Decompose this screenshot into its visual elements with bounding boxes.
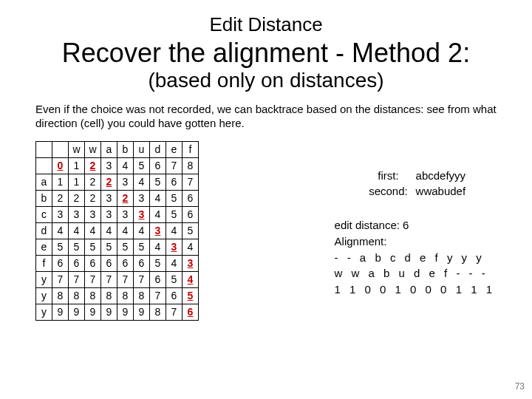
dp-cell: 9 bbox=[52, 304, 69, 320]
dp-cell: 6 bbox=[69, 255, 85, 271]
strings-block: first: abcdefyyy second: wwabudef bbox=[335, 168, 495, 200]
dp-cell: 4 bbox=[150, 239, 166, 255]
dp-cell: 5 bbox=[134, 239, 150, 255]
dp-cell: 4 bbox=[101, 222, 117, 239]
dp-cell: 2 bbox=[85, 190, 101, 206]
dp-cell: 1 bbox=[69, 157, 85, 174]
dp-cell: 3 bbox=[183, 255, 199, 271]
dp-cell: 4 bbox=[134, 222, 150, 239]
dp-cell: 0 bbox=[52, 157, 69, 174]
col-label: e bbox=[166, 141, 183, 157]
row-label bbox=[36, 157, 52, 174]
dp-cell: 6 bbox=[183, 206, 199, 222]
edit-distance-line: edit distance: 6 bbox=[335, 217, 495, 233]
dp-cell: 3 bbox=[134, 190, 150, 206]
dp-cell: 4 bbox=[117, 157, 134, 174]
dp-cell: 3 bbox=[101, 190, 117, 206]
dp-cell: 9 bbox=[101, 304, 117, 320]
dp-cell: 6 bbox=[52, 255, 69, 271]
dp-cell: 2 bbox=[52, 190, 69, 206]
dp-cell: 9 bbox=[134, 304, 150, 320]
col-label: a bbox=[101, 141, 117, 157]
row-label: y bbox=[36, 271, 52, 287]
dp-cell: 8 bbox=[101, 287, 117, 304]
dp-cell: 2 bbox=[69, 190, 85, 206]
second-string-line: second: wwabudef bbox=[335, 183, 495, 200]
dp-cell: 6 bbox=[183, 304, 199, 320]
alignment-label: Alignment: bbox=[335, 233, 495, 250]
slide: Edit Distance Recover the alignment - Me… bbox=[0, 0, 532, 399]
dp-cell: 9 bbox=[85, 304, 101, 320]
dp-cell: 3 bbox=[101, 206, 117, 222]
dp-cell: 7 bbox=[85, 271, 101, 287]
dp-cell: 6 bbox=[101, 255, 117, 271]
dp-cell: 4 bbox=[117, 222, 134, 239]
dp-cell: 7 bbox=[52, 271, 69, 287]
dp-cell: 9 bbox=[69, 304, 85, 320]
first-value: abcdefyyy bbox=[416, 169, 466, 182]
alignment-row-1: - - a b c d e f y y y bbox=[335, 250, 495, 266]
dp-cell: 3 bbox=[69, 206, 85, 222]
dp-cell: 3 bbox=[166, 239, 183, 255]
topic-heading: Edit Distance bbox=[30, 13, 502, 36]
col-label: u bbox=[134, 141, 150, 157]
dp-cell: 6 bbox=[85, 255, 101, 271]
dp-cell: 2 bbox=[101, 174, 117, 190]
col-label: b bbox=[117, 141, 134, 157]
dp-cell: 3 bbox=[101, 157, 117, 174]
first-label: first: bbox=[364, 168, 412, 184]
row-label: y bbox=[36, 287, 52, 304]
dp-cell: 5 bbox=[166, 206, 183, 222]
dp-cell: 8 bbox=[85, 287, 101, 304]
dp-cell: 3 bbox=[134, 206, 150, 222]
col-label: w bbox=[69, 141, 85, 157]
col-label: w bbox=[85, 141, 101, 157]
dp-cell: 2 bbox=[117, 190, 134, 206]
dp-cell: 8 bbox=[117, 287, 134, 304]
alignment-row-3: 1 1 0 0 1 0 0 0 1 1 1 bbox=[335, 282, 495, 298]
dp-cell: 3 bbox=[52, 206, 69, 222]
dp-cell: 6 bbox=[134, 255, 150, 271]
dp-cell: 5 bbox=[52, 239, 69, 255]
col-label: f bbox=[183, 141, 199, 157]
dp-cell: 3 bbox=[117, 174, 134, 190]
dp-cell: 8 bbox=[134, 287, 150, 304]
dp-cell: 3 bbox=[150, 222, 166, 239]
dp-cell: 4 bbox=[52, 222, 69, 239]
dp-cell: 6 bbox=[150, 271, 166, 287]
row-label: b bbox=[36, 190, 52, 206]
dp-cell: 6 bbox=[117, 255, 134, 271]
dp-cell: 4 bbox=[134, 174, 150, 190]
intro-paragraph: Even if the choice was not recorded, we … bbox=[35, 103, 497, 131]
dp-cell: 5 bbox=[166, 271, 183, 287]
row-label: c bbox=[36, 206, 52, 222]
dp-cell: 5 bbox=[117, 239, 134, 255]
dp-cell: 6 bbox=[183, 190, 199, 206]
dp-cell: 6 bbox=[166, 287, 183, 304]
row-label: a bbox=[36, 174, 52, 190]
dp-cell: 3 bbox=[117, 206, 134, 222]
second-value: wwabudef bbox=[416, 185, 466, 197]
dp-cell: 7 bbox=[117, 271, 134, 287]
dp-cell: 7 bbox=[166, 157, 183, 174]
dp-cell: 5 bbox=[150, 174, 166, 190]
dp-cell: 3 bbox=[85, 206, 101, 222]
dp-cell: 2 bbox=[85, 174, 101, 190]
dp-cell: 4 bbox=[166, 222, 183, 239]
dp-cell: 4 bbox=[69, 222, 85, 239]
dp-cell: 1 bbox=[52, 174, 69, 190]
dp-cell: 8 bbox=[52, 287, 69, 304]
col-label bbox=[52, 141, 69, 157]
dp-cell: 5 bbox=[150, 255, 166, 271]
alignment-row-2: w w a b u d e f - - - bbox=[335, 265, 495, 282]
dp-cell: 5 bbox=[85, 239, 101, 255]
page-title: Recover the alignment - Method 2: bbox=[30, 38, 502, 69]
dp-cell: 4 bbox=[166, 255, 183, 271]
dp-cell: 8 bbox=[69, 287, 85, 304]
dp-cell: 7 bbox=[183, 174, 199, 190]
dp-cell: 7 bbox=[101, 271, 117, 287]
dp-cell: 5 bbox=[69, 239, 85, 255]
dp-cell: 9 bbox=[117, 304, 134, 320]
dp-cell: 7 bbox=[166, 304, 183, 320]
dp-cell: 7 bbox=[134, 271, 150, 287]
